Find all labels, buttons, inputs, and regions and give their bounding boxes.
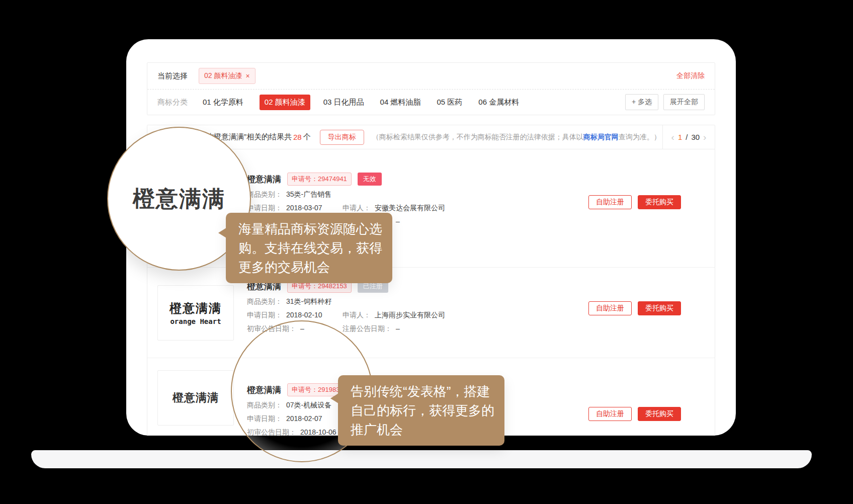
callout-line: 海量精品商标资源随心选 bbox=[238, 219, 382, 238]
entrust-buy-button[interactable]: 委托购买 bbox=[638, 301, 681, 315]
applicant-value: 安徽美达会展有限公司 bbox=[375, 204, 445, 213]
callout-promotion: 告别传统“发表格”，搭建 自己的标行，获得更多的 推广机会 bbox=[338, 375, 504, 446]
prev-page-icon[interactable]: ‹ bbox=[671, 132, 674, 142]
application-number-badge: 申请号：29474941 bbox=[287, 173, 352, 186]
apply-date-value: 2018-02-10 bbox=[286, 311, 322, 320]
trademark-thumbnail[interactable]: 橙意满满 orange Heart bbox=[157, 285, 234, 341]
category-item-03[interactable]: 03 日化用品 bbox=[323, 98, 364, 107]
application-number-label: 申请号： bbox=[292, 282, 318, 290]
current-selection-row: 当前选择 02 颜料油漆 × 全部清除 bbox=[147, 63, 715, 89]
category-item-01[interactable]: 01 化学原料 bbox=[203, 98, 243, 107]
expand-all-button[interactable]: 展开全部 bbox=[663, 94, 705, 110]
results-disclaimer: （商标检索结果仅供参考，不作为商标能否注册的法律依据；具体以商标局官网查询为准。… bbox=[372, 133, 661, 142]
trademark-image-subtext: orange Heart bbox=[170, 317, 221, 325]
callout-line: 购。支持在线交易，获得 bbox=[238, 238, 382, 258]
callout-line: 更多的交易机会 bbox=[238, 258, 382, 277]
reg-publication-value: – bbox=[396, 217, 400, 226]
category-item-05[interactable]: 05 医药 bbox=[437, 98, 462, 107]
self-register-button[interactable]: 自助注册 bbox=[588, 407, 632, 421]
applicant-label: 申请人： bbox=[343, 204, 371, 213]
pagination: ‹ 1 / 30 › bbox=[662, 125, 715, 149]
status-badge: 无效 bbox=[358, 173, 382, 186]
callout-line: 推广机会 bbox=[351, 420, 494, 439]
application-number-value: 29474941 bbox=[318, 175, 347, 183]
device-base-bar bbox=[31, 450, 812, 468]
category-item-02-selected[interactable]: 02 颜料油漆 bbox=[260, 95, 310, 110]
trademark-thumbnail[interactable]: 橙意满满 bbox=[157, 370, 234, 426]
results-count: 28 bbox=[293, 133, 302, 141]
results-header: 搜索到“橙意满满”相关的结果共 28 个 导出商标 （商标检索结果仅供参考，不作… bbox=[147, 125, 715, 149]
selected-filter-chip-label: 02 颜料油漆 bbox=[204, 71, 242, 80]
page-background: 当前选择 02 颜料油漆 × 全部清除 商标分类 01 化学原料 02 颜料油漆… bbox=[0, 0, 853, 504]
reg-publication-label: 注册公告日期： bbox=[343, 324, 392, 333]
reg-publication-value: – bbox=[396, 324, 400, 333]
category-value: 35类-广告销售 bbox=[286, 190, 331, 199]
apply-date-label: 申请日期： bbox=[247, 204, 282, 213]
category-actions: + 多选 展开全部 bbox=[625, 94, 705, 110]
row-actions: 自助注册 委托购买 bbox=[588, 407, 681, 421]
applicant-label: 申请人： bbox=[343, 311, 371, 320]
entrust-buy-button[interactable]: 委托购买 bbox=[638, 195, 681, 209]
selected-filter-chip[interactable]: 02 颜料油漆 × bbox=[199, 68, 255, 84]
self-register-button[interactable]: 自助注册 bbox=[588, 195, 632, 209]
multi-select-button[interactable]: + 多选 bbox=[625, 94, 658, 110]
export-trademarks-button[interactable]: 导出商标 bbox=[320, 130, 364, 145]
category-item-06[interactable]: 06 金属材料 bbox=[478, 98, 519, 107]
next-page-icon[interactable]: › bbox=[703, 132, 706, 142]
results-summary-suffix: 个 bbox=[303, 132, 311, 142]
row-actions: 自助注册 委托购买 bbox=[588, 195, 681, 209]
callout-trade-resources: 海量精品商标资源随心选 购。支持在线交易，获得 更多的交易机会 bbox=[226, 213, 392, 283]
disclaimer-prefix: （商标检索结果仅供参考，不作为商标能否注册的法律依据；具体以 bbox=[372, 133, 583, 141]
page-separator: / bbox=[686, 133, 688, 141]
category-item-04[interactable]: 04 燃料油脂 bbox=[380, 98, 421, 107]
total-pages: 30 bbox=[691, 133, 700, 141]
trademark-office-link[interactable]: 商标局官网 bbox=[583, 133, 619, 141]
callout-line: 自己的标行，获得更多的 bbox=[351, 401, 494, 420]
application-number-label: 申请号： bbox=[292, 175, 318, 183]
category-label: 商品类别： bbox=[247, 190, 282, 199]
chip-close-icon[interactable]: × bbox=[245, 72, 249, 80]
trademark-name: 橙意满满 bbox=[247, 174, 281, 185]
category-row-label: 商标分类 bbox=[157, 98, 188, 107]
callout-line: 告别传统“发表格”，搭建 bbox=[351, 382, 494, 401]
entrust-buy-button[interactable]: 委托购买 bbox=[638, 407, 681, 421]
row-actions: 自助注册 委托购买 bbox=[588, 301, 681, 315]
magnified-trademark-text: 橙意满满 bbox=[133, 184, 225, 214]
applicant-value: 上海雨步实业有限公司 bbox=[375, 311, 445, 320]
application-number-value: 29482153 bbox=[318, 282, 347, 290]
self-register-button[interactable]: 自助注册 bbox=[588, 301, 632, 315]
category-label: 商品类别： bbox=[247, 297, 282, 306]
apply-date-value: 2018-03-07 bbox=[286, 204, 322, 213]
apply-date-label: 申请日期： bbox=[247, 311, 282, 320]
clear-all-button[interactable]: 全部清除 bbox=[676, 71, 705, 80]
current-selection-label: 当前选择 bbox=[157, 71, 188, 81]
category-value: 31类-饲料种籽 bbox=[286, 297, 331, 306]
disclaimer-suffix: 查询为准。） bbox=[619, 133, 661, 141]
trademark-image-text: 橙意满满 bbox=[173, 390, 219, 405]
current-page: 1 bbox=[678, 133, 682, 141]
category-row: 商标分类 01 化学原料 02 颜料油漆 03 日化用品 04 燃料油脂 05 … bbox=[147, 90, 715, 115]
trademark-image-text: 橙意满满 bbox=[169, 300, 222, 316]
filter-panel: 当前选择 02 颜料油漆 × 全部清除 商标分类 01 化学原料 02 颜料油漆… bbox=[147, 62, 715, 115]
